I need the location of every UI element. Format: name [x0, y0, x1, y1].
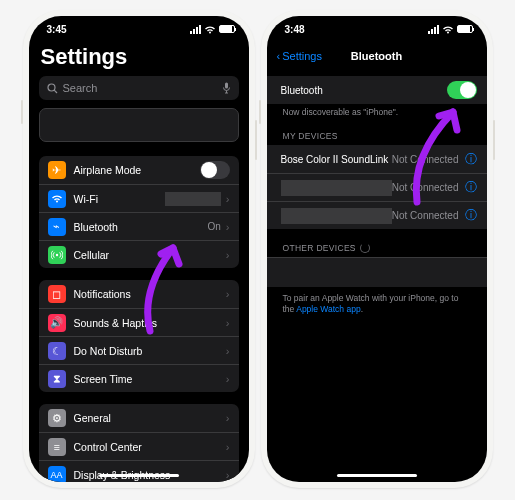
svg-rect-2: [225, 83, 228, 89]
cellular-icon: [48, 246, 66, 264]
watch-footnote: To pair an Apple Watch with your iPhone,…: [267, 287, 487, 321]
wifi-value-redacted: [165, 192, 221, 206]
status-time: 3:45: [47, 24, 67, 35]
row-label: Bluetooth: [281, 85, 447, 96]
signal-icon: [428, 25, 439, 34]
row-label: Bluetooth: [74, 221, 208, 233]
wifi-icon: [204, 25, 216, 34]
moon-icon: ☾: [48, 342, 66, 360]
row-bluetooth[interactable]: ⌁ Bluetooth On ›: [39, 212, 239, 240]
wifi-icon: [442, 25, 454, 34]
status-indicators: [190, 25, 235, 34]
chevron-right-icon: ›: [226, 469, 230, 481]
svg-line-1: [54, 90, 57, 93]
status-time: 3:48: [285, 24, 305, 35]
mic-icon[interactable]: [222, 82, 231, 94]
device-row[interactable]: Bose Color II SoundLink Not Connected ⓘ: [267, 145, 487, 173]
airplane-icon: ✈: [48, 161, 66, 179]
chevron-right-icon: ›: [226, 441, 230, 453]
page-title: Settings: [29, 42, 249, 76]
device-name-redacted: [281, 208, 392, 224]
info-icon[interactable]: ⓘ: [465, 151, 477, 168]
section-label: OTHER DEVICES: [283, 243, 356, 253]
info-icon[interactable]: ⓘ: [465, 179, 477, 196]
devices-list: Bose Color II SoundLink Not Connected ⓘ …: [267, 145, 487, 229]
wifi-settings-icon: [48, 190, 66, 208]
chevron-right-icon: ›: [226, 345, 230, 357]
bluetooth-toggle[interactable]: [447, 81, 477, 99]
device-status: Not Connected: [392, 182, 459, 193]
phone-left: 3:45 Settings Search ✈ Airplane Mode: [23, 10, 255, 488]
spinner-icon: [360, 243, 370, 253]
info-icon[interactable]: ⓘ: [465, 207, 477, 224]
row-dnd[interactable]: ☾ Do Not Disturb ›: [39, 336, 239, 364]
nav-bar: ‹ Settings Bluetooth: [267, 42, 487, 70]
footnote-text: .: [361, 304, 363, 314]
row-display[interactable]: AA Display & Brightness ›: [39, 460, 239, 482]
row-general[interactable]: ⚙ General ›: [39, 404, 239, 432]
chevron-right-icon: ›: [226, 373, 230, 385]
search-placeholder: Search: [63, 82, 98, 94]
row-label: Screen Time: [74, 373, 226, 385]
row-label: Do Not Disturb: [74, 345, 226, 357]
row-label: Wi-Fi: [74, 193, 165, 205]
device-row[interactable]: Not Connected ⓘ: [267, 173, 487, 201]
bluetooth-toggle-row[interactable]: Bluetooth: [267, 76, 487, 104]
chevron-right-icon: ›: [226, 221, 230, 233]
screen-left: 3:45 Settings Search ✈ Airplane Mode: [29, 16, 249, 482]
row-label: Cellular: [74, 249, 226, 261]
speaker-icon: 🔊: [48, 314, 66, 332]
battery-icon: [219, 25, 235, 33]
signal-icon: [190, 25, 201, 34]
device-status: Not Connected: [392, 210, 459, 221]
row-cellular[interactable]: Cellular ›: [39, 240, 239, 268]
bluetooth-icon: ⌁: [48, 218, 66, 236]
svg-point-3: [55, 253, 57, 255]
phone-right: 3:48 ‹ Settings Bluetooth Bluetooth Now …: [261, 10, 493, 488]
home-indicator[interactable]: [99, 474, 179, 477]
chevron-right-icon: ›: [226, 193, 230, 205]
row-sounds[interactable]: 🔊 Sounds & Haptics ›: [39, 308, 239, 336]
device-name-redacted: [281, 180, 392, 196]
svg-point-0: [48, 84, 55, 91]
row-notifications[interactable]: ◻ Notifications ›: [39, 280, 239, 308]
row-value: On: [207, 221, 220, 232]
notch: [91, 16, 187, 34]
row-screentime[interactable]: ⧗ Screen Time ›: [39, 364, 239, 392]
row-label: Control Center: [74, 441, 226, 453]
apple-id-placeholder[interactable]: [39, 108, 239, 142]
gear-icon: ⚙: [48, 409, 66, 427]
apple-watch-link[interactable]: Apple Watch app: [296, 304, 360, 314]
device-name: Bose Color II SoundLink: [281, 154, 392, 165]
status-indicators: [428, 25, 473, 34]
other-device-placeholder: [267, 257, 487, 287]
chevron-right-icon: ›: [226, 412, 230, 424]
device-row[interactable]: Not Connected ⓘ: [267, 201, 487, 229]
nav-title: Bluetooth: [267, 50, 487, 62]
row-wifi[interactable]: Wi-Fi ›: [39, 184, 239, 212]
row-label: Sounds & Haptics: [74, 317, 226, 329]
notch: [329, 16, 425, 34]
battery-icon: [457, 25, 473, 33]
row-airplane-mode[interactable]: ✈ Airplane Mode: [39, 156, 239, 184]
row-label: Airplane Mode: [74, 164, 200, 176]
section-my-devices: MY DEVICES: [267, 117, 487, 145]
bell-icon: ◻: [48, 285, 66, 303]
hourglass-icon: ⧗: [48, 370, 66, 388]
sliders-icon: ≡: [48, 438, 66, 456]
row-label: General: [74, 412, 226, 424]
airplane-toggle[interactable]: [200, 161, 230, 179]
chevron-right-icon: ›: [226, 288, 230, 300]
chevron-right-icon: ›: [226, 317, 230, 329]
discoverable-text: Now discoverable as "iPhone".: [267, 104, 487, 117]
row-label: Notifications: [74, 288, 226, 300]
settings-group-general: ⚙ General › ≡ Control Center › AA Displa…: [39, 404, 239, 482]
search-icon: [47, 83, 58, 94]
home-indicator[interactable]: [337, 474, 417, 477]
row-control-center[interactable]: ≡ Control Center ›: [39, 432, 239, 460]
search-input[interactable]: Search: [39, 76, 239, 100]
settings-group-notifications: ◻ Notifications › 🔊 Sounds & Haptics › ☾…: [39, 280, 239, 392]
chevron-right-icon: ›: [226, 249, 230, 261]
settings-group-connectivity: ✈ Airplane Mode Wi-Fi › ⌁ Bluetooth On ›…: [39, 156, 239, 268]
device-status: Not Connected: [392, 154, 459, 165]
